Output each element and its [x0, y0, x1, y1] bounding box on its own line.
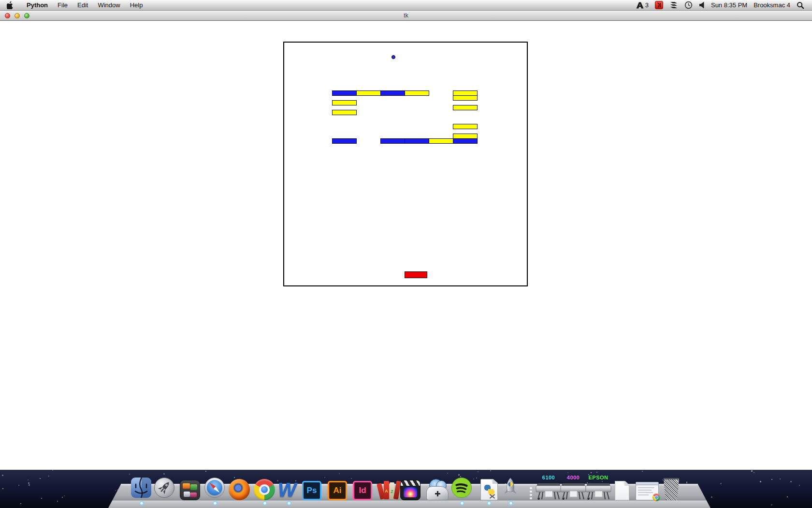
chrome-icon — [652, 493, 660, 501]
window-title-bar[interactable]: tk — [0, 11, 812, 21]
brick-blue — [332, 138, 357, 144]
brick-yellow — [429, 138, 453, 144]
running-indicator — [508, 501, 513, 506]
firefox-icon — [229, 479, 250, 500]
dock-item-printer-4000[interactable]: 4000 — [560, 481, 586, 500]
spotlight-search-icon[interactable] — [797, 0, 804, 11]
spotify-icon — [451, 477, 472, 498]
dock-item-launchpad[interactable] — [154, 477, 176, 500]
running-indicator — [213, 501, 218, 506]
dock-item-trash[interactable] — [663, 477, 681, 500]
dock-item-python-idle[interactable] — [480, 479, 498, 500]
brick-yellow — [453, 124, 478, 129]
dock-item-microsoft-word[interactable]: W — [278, 479, 300, 500]
machine-name[interactable]: Brooksmac 4 — [754, 1, 790, 9]
final-cut-icon — [400, 480, 420, 500]
dock-item-illustrator[interactable]: Ai — [328, 481, 350, 500]
safari-compass-icon — [204, 477, 225, 498]
running-indicator — [287, 501, 291, 506]
dock-item-indesign[interactable]: Id — [353, 481, 375, 500]
dock-item-applications-folder[interactable] — [180, 480, 202, 500]
brick-yellow — [405, 90, 429, 96]
dock-item-google-chrome[interactable] — [254, 479, 276, 500]
window-title: tk — [0, 11, 812, 20]
dock-item-printer-6100[interactable]: 6100 — [536, 481, 562, 500]
dock-item-reference-library[interactable]: AZ — [378, 479, 400, 500]
desktop-screen: tk Python FileEditWindowHelp 3 — [0, 0, 812, 508]
brick-yellow — [332, 100, 357, 105]
launchpad-rocket-icon — [154, 477, 175, 498]
stack-status-icon[interactable] — [669, 0, 678, 11]
dock-item-toast[interactable] — [426, 479, 449, 500]
applications-folder-icon — [180, 480, 200, 500]
volume-icon[interactable] — [699, 0, 705, 11]
printer-icon: EPSON — [585, 481, 611, 500]
python-launcher-rocket-icon — [500, 477, 521, 498]
running-indicator — [487, 501, 492, 506]
dock-item-epson-printer[interactable]: EPSON — [585, 481, 611, 500]
brick-yellow — [332, 110, 357, 115]
printer-label: 6100 — [542, 475, 555, 480]
brick-yellow — [453, 105, 478, 110]
brick-blue — [380, 90, 405, 96]
adobe-cs-icon: Ps — [302, 481, 321, 500]
running-indicator — [460, 501, 464, 506]
time-machine-icon[interactable] — [684, 0, 693, 11]
toast-burner-icon — [426, 479, 449, 500]
trash-icon — [663, 477, 680, 500]
dock-item-safari[interactable] — [204, 477, 226, 500]
brick-blue — [453, 138, 478, 144]
dock-item-spotify[interactable] — [451, 477, 473, 500]
game-paddle — [405, 271, 427, 278]
dock-item-photoshop[interactable]: Ps — [302, 481, 324, 500]
dock-item-document[interactable] — [615, 481, 630, 500]
chrome-icon — [254, 479, 275, 500]
adobe-cs-icon: Ai — [328, 481, 347, 500]
red-status-icon[interactable] — [655, 1, 663, 9]
menu-window[interactable]: Window — [93, 0, 125, 11]
adobe-badge-count: 3 — [645, 1, 649, 9]
brick-blue — [380, 138, 405, 144]
adobe-status-icon[interactable]: 3 — [636, 0, 649, 11]
document-icon — [615, 481, 629, 500]
menu-file[interactable]: File — [53, 0, 72, 11]
brick-yellow — [356, 90, 381, 96]
menu-items: FileEditWindowHelp — [53, 0, 147, 11]
adobe-cs-icon: Id — [353, 481, 372, 500]
finder-icon — [130, 477, 152, 498]
dock-item-minimized-window[interactable] — [636, 482, 659, 500]
breakout-game-canvas[interactable] — [283, 42, 528, 286]
menu-help[interactable]: Help — [125, 0, 148, 11]
menu-bar: Python FileEditWindowHelp 3 — [0, 0, 812, 11]
dock-item-firefox[interactable] — [229, 479, 251, 500]
game-ball — [392, 55, 395, 59]
python-idle-icon — [480, 479, 498, 500]
menu-bar-clock[interactable]: Sun 8:35 PM — [711, 1, 747, 9]
running-indicator — [262, 501, 267, 506]
menu-python[interactable]: Python — [22, 0, 53, 11]
reference-books-icon: AZ — [378, 479, 400, 500]
printer-label: 4000 — [567, 475, 580, 480]
brick-blue — [332, 90, 357, 96]
running-indicator — [139, 501, 144, 506]
dock-separator — [529, 486, 532, 502]
printer-label: EPSON — [588, 475, 608, 480]
dock-item-finder[interactable] — [130, 477, 153, 500]
apple-menu-icon[interactable] — [7, 1, 14, 9]
minimized-window-icon — [636, 482, 659, 500]
printer-icon: 6100 — [536, 481, 562, 500]
brick-yellow — [453, 95, 478, 101]
printer-icon: 4000 — [560, 481, 586, 500]
menu-edit[interactable]: Edit — [72, 0, 93, 11]
word-w-icon: W — [278, 479, 300, 500]
dock-item-final-cut-pro[interactable] — [400, 480, 422, 500]
dock-item-python-launcher[interactable] — [500, 477, 522, 500]
brick-blue — [405, 138, 429, 144]
tk-window-content — [0, 21, 812, 470]
